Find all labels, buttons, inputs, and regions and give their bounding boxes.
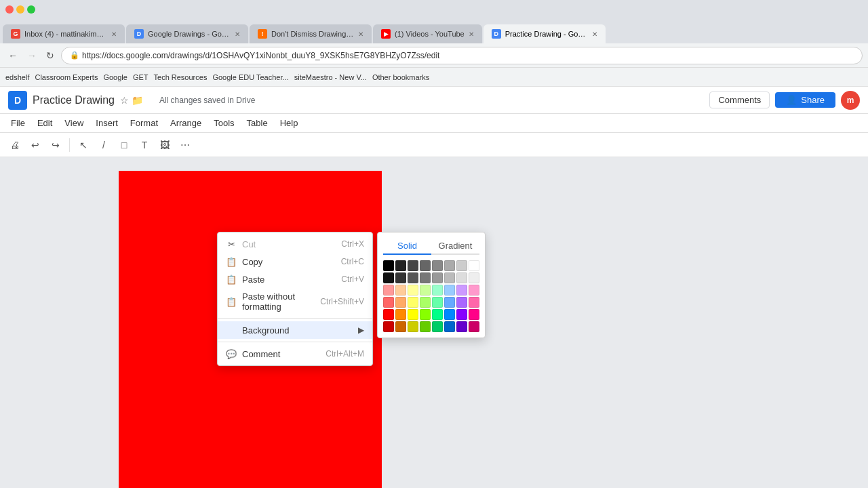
tab-drawings[interactable]: D Google Drawings - Goo... ✕ — [126, 24, 248, 43]
tab-dismiss[interactable]: ! Don't Dismiss Drawings... ✕ — [250, 24, 372, 43]
color-swatch[interactable] — [444, 285, 455, 296]
comments-button[interactable]: Comments — [709, 92, 770, 108]
ctx-paste-plain[interactable]: 📋 Paste without formatting Ctrl+Shift+V — [218, 288, 372, 315]
ctx-copy[interactable]: 📋 Copy Ctrl+C — [218, 253, 372, 270]
bookmark-tech[interactable]: Tech Resources — [154, 73, 208, 81]
tab-youtube[interactable]: ▶ (1) Videos - YouTube ✕ — [373, 24, 482, 43]
tab-gradient[interactable]: Gradient — [431, 238, 479, 255]
menu-edit[interactable]: Edit — [32, 117, 58, 129]
color-swatch[interactable] — [383, 272, 394, 283]
color-swatch[interactable] — [432, 272, 443, 283]
color-swatch[interactable] — [432, 297, 443, 308]
color-swatch[interactable] — [395, 321, 406, 332]
color-swatch[interactable] — [444, 260, 455, 271]
minimize-button[interactable] — [16, 5, 24, 14]
menu-tools[interactable]: Tools — [208, 117, 239, 129]
color-swatch[interactable] — [395, 260, 406, 271]
ctx-paste[interactable]: 📋 Paste Ctrl+V — [218, 270, 372, 288]
menu-file[interactable]: File — [5, 117, 31, 129]
color-swatch[interactable] — [408, 297, 418, 308]
color-swatch[interactable] — [420, 285, 431, 296]
color-swatch[interactable] — [444, 321, 455, 332]
color-swatch[interactable] — [469, 272, 479, 283]
menu-view[interactable]: View — [59, 117, 89, 129]
share-button[interactable]: 👤 Share — [775, 92, 835, 108]
color-swatch[interactable] — [456, 297, 467, 308]
bookmark-google[interactable]: Google — [103, 73, 127, 81]
color-swatch[interactable] — [408, 272, 418, 283]
color-swatch[interactable] — [395, 297, 406, 308]
bookmark-get[interactable]: GET — [133, 73, 149, 81]
color-swatch[interactable] — [432, 285, 443, 296]
cursor-tool[interactable]: ↖ — [74, 136, 93, 155]
color-swatch[interactable] — [383, 309, 394, 320]
redo-button[interactable]: ↪ — [46, 136, 65, 155]
color-swatch[interactable] — [469, 297, 479, 308]
url-box[interactable]: 🔒 https://docs.google.com/drawings/d/1OS… — [61, 47, 863, 64]
tab-practice[interactable]: D Practice Drawing - Goo... ✕ — [484, 24, 606, 43]
forward-button[interactable]: → — [24, 49, 39, 62]
color-swatch[interactable] — [395, 285, 406, 296]
folder-icon[interactable]: 📁 — [132, 95, 143, 106]
menu-table[interactable]: Table — [241, 117, 273, 129]
color-swatch[interactable] — [408, 285, 418, 296]
color-swatch[interactable] — [432, 321, 443, 332]
tab-close-gmail[interactable]: ✕ — [111, 30, 117, 38]
line-tool[interactable]: / — [94, 136, 113, 155]
shape-tool[interactable]: □ — [115, 136, 134, 155]
color-swatch[interactable] — [395, 272, 406, 283]
ctx-background[interactable]: Background ▶ — [218, 321, 372, 339]
color-swatch[interactable] — [420, 321, 431, 332]
color-swatch[interactable] — [456, 272, 467, 283]
color-swatch[interactable] — [444, 297, 455, 308]
color-swatch[interactable] — [456, 285, 467, 296]
color-swatch[interactable] — [456, 309, 467, 320]
color-swatch[interactable] — [383, 297, 394, 308]
color-swatch[interactable] — [432, 260, 443, 271]
color-swatch[interactable] — [383, 285, 394, 296]
color-swatch[interactable] — [408, 260, 418, 271]
more-tool[interactable]: ⋯ — [176, 136, 195, 155]
color-swatch[interactable] — [420, 297, 431, 308]
color-swatch[interactable] — [469, 260, 479, 271]
bookmark-other[interactable]: Other bookmarks — [372, 73, 429, 81]
color-swatch[interactable] — [395, 309, 406, 320]
color-swatch[interactable] — [469, 321, 479, 332]
color-swatch[interactable] — [420, 260, 431, 271]
tab-close-practice[interactable]: ✕ — [592, 30, 597, 38]
color-swatch[interactable] — [408, 321, 418, 332]
ctx-cut[interactable]: ✂ Cut Ctrl+X — [218, 235, 372, 253]
print-button[interactable]: 🖨 — [5, 136, 24, 155]
star-icon[interactable]: ☆ — [120, 95, 129, 106]
tab-close-drawings[interactable]: ✕ — [235, 30, 240, 38]
bookmark-edshelf[interactable]: edshelf — [5, 73, 29, 81]
color-swatch[interactable] — [444, 309, 455, 320]
color-swatch[interactable] — [456, 321, 467, 332]
bookmark-edu[interactable]: Google EDU Teacher... — [212, 73, 288, 81]
maximize-button[interactable] — [27, 5, 35, 14]
menu-insert[interactable]: Insert — [90, 117, 123, 129]
color-swatch[interactable] — [469, 285, 479, 296]
close-button[interactable] — [5, 5, 14, 14]
back-button[interactable]: ← — [5, 49, 20, 62]
color-swatch[interactable] — [383, 260, 394, 271]
color-swatch[interactable] — [432, 309, 443, 320]
menu-arrange[interactable]: Arrange — [165, 117, 207, 129]
color-swatch[interactable] — [420, 272, 431, 283]
color-swatch[interactable] — [383, 321, 394, 332]
bookmark-classroom[interactable]: Classroom Experts — [35, 73, 98, 81]
color-swatch[interactable] — [420, 309, 431, 320]
image-tool[interactable]: 🖼 — [155, 136, 174, 155]
undo-button[interactable]: ↩ — [26, 136, 45, 155]
ctx-comment[interactable]: 💬 Comment Ctrl+Alt+M — [218, 345, 372, 363]
canvas-area[interactable]: ✂ Cut Ctrl+X 📋 Copy Ctrl+C 📋 Paste Ctrl+… — [0, 157, 868, 488]
menu-format[interactable]: Format — [125, 117, 163, 129]
color-swatch[interactable] — [444, 272, 455, 283]
color-swatch[interactable] — [408, 309, 418, 320]
tab-gmail[interactable]: G Inbox (4) - mattinakim@... ✕ — [3, 24, 125, 43]
color-swatch[interactable] — [456, 260, 467, 271]
tab-close-dismiss[interactable]: ✕ — [358, 30, 363, 38]
color-swatch[interactable] — [469, 309, 479, 320]
menu-help[interactable]: Help — [275, 117, 304, 129]
user-avatar[interactable]: m — [841, 91, 860, 110]
